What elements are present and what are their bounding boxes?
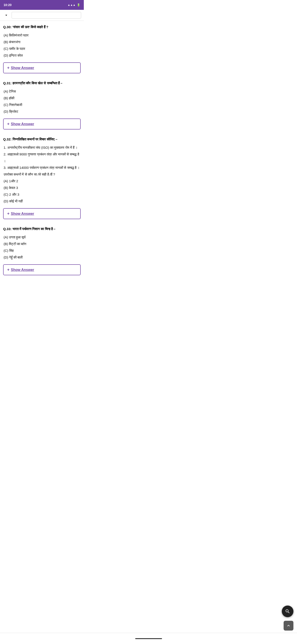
battery-icon: 🔋	[77, 3, 80, 6]
show-answer-button-q31[interactable]: + Show Answer	[3, 118, 81, 130]
option-q32-c: (C) 2 और 3	[3, 191, 81, 198]
option-q30-d: (D) इन्दिरा कोल	[3, 52, 81, 59]
wifi-icon: ▲▲▲	[67, 3, 75, 6]
content-area: Q.30: 'संसार की छत' किसे कहते हैं ? (A) …	[0, 21, 84, 297]
show-answer-button-q33[interactable]: + Show Answer	[3, 264, 81, 275]
status-time: 10:20	[3, 3, 12, 7]
search-input[interactable]	[12, 12, 81, 18]
option-q32-b: (B) केवल 3	[3, 184, 81, 191]
statement-q32-3: 3. आइएसओ 14000 पर्यावरण प्रबंधन तंत्र मा…	[3, 164, 81, 171]
question-text-q32: Q.32: निम्नलिखित कथनों पर विचार कीजिए –	[3, 137, 81, 142]
top-bar	[0, 10, 84, 21]
option-q33-d: (D) गेहूँ की बाली	[3, 254, 81, 261]
status-bar: 10:20 ▲▲▲ 🔋	[0, 0, 84, 10]
option-q30-c: (C) पामीर के पठार	[3, 46, 81, 52]
plus-icon-q30: +	[7, 66, 9, 70]
question-num-q33: Q.33:	[3, 227, 12, 231]
show-answer-label-q31: Show Answer	[11, 122, 34, 126]
question-block-q30: Q.30: 'संसार की छत' किसे कहते हैं ? (A) …	[3, 21, 81, 59]
option-q30-b: (B) कंचनजंगा	[3, 39, 81, 46]
option-q32-a: (A) 1और 2	[3, 178, 81, 184]
status-icons: ▲▲▲ 🔋	[67, 3, 80, 6]
question-body-q32: निम्नलिखित कथनों पर विचार कीजिए –	[12, 137, 57, 141]
option-q33-c: (C) सिंह	[3, 247, 81, 254]
show-answer-label-q32: Show Answer	[11, 212, 34, 216]
question-block-q31: Q.31: हरमनप्रीत कौर किस खेल से सम्बन्धित…	[3, 77, 81, 115]
show-answer-button-q30[interactable]: + Show Answer	[3, 62, 81, 73]
back-button[interactable]	[3, 12, 10, 19]
option-q31-a: (A) टेनिस	[3, 88, 81, 95]
statement-q32-2: 2. आइएसओ 9000 गुणवत्ता प्रबंधन तंत्र और …	[3, 151, 81, 164]
question-block-q32: Q.32: निम्नलिखित कथनों पर विचार कीजिए – …	[3, 133, 81, 204]
option-q33-a: (A) उगता हुआ सूर्य	[3, 234, 81, 240]
plus-icon-q33: +	[7, 268, 9, 272]
question-body-q31: हरमनप्रीत कौर किस खेल से सम्बन्धित हैं –	[12, 81, 63, 85]
bottom-bar	[0, 633, 84, 644]
option-q31-c: (C) निशानेबाजी	[3, 102, 81, 108]
question-text-q31: Q.31: हरमनप्रीत कौर किस खेल से सम्बन्धित…	[3, 80, 81, 86]
question-body-q30: 'संसार की छत' किसे कहते हैं ?	[12, 25, 48, 29]
plus-icon-q32: +	[7, 211, 9, 216]
option-q33-b: (B) मिट्टी का बर्तन	[3, 240, 81, 247]
plus-icon-q31: +	[7, 122, 9, 126]
option-q31-d: (D) क्रिकेट	[3, 108, 81, 115]
question-num-q31: Q.31:	[3, 81, 12, 85]
question-text-q30: Q.30: 'संसार की छत' किसे कहते हैं ?	[3, 24, 81, 30]
statement-q32-1: 1. अन्तर्राष्ट्रीय मानकीकरा संघ (ISO) का…	[3, 144, 81, 151]
question-num-q32: Q.32:	[3, 137, 12, 141]
option-q32-d: (D) कोई भी नहीं	[3, 198, 81, 204]
option-q31-b: (B) हॉकी	[3, 95, 81, 102]
show-answer-label-q30: Show Answer	[11, 66, 34, 70]
question-num-q30: Q.30:	[3, 25, 12, 29]
question-block-q33: Q.33: भारत में पर्यावरण निशान का चिन्ह ह…	[3, 223, 81, 261]
show-answer-button-q32[interactable]: + Show Answer	[3, 208, 81, 219]
question-body-q33: भारत में पर्यावरण निशान का चिन्ह है –	[12, 227, 56, 231]
question-text-q33: Q.33: भारत में पर्यावरण निशान का चिन्ह ह…	[3, 226, 81, 232]
show-answer-label-q33: Show Answer	[11, 268, 34, 272]
option-q30-a: (A) किलिमंजारो पठार	[3, 32, 81, 39]
statement-q32-sub: उपरोक्त कथनों में से कौन सा /से सही है /…	[3, 171, 81, 178]
